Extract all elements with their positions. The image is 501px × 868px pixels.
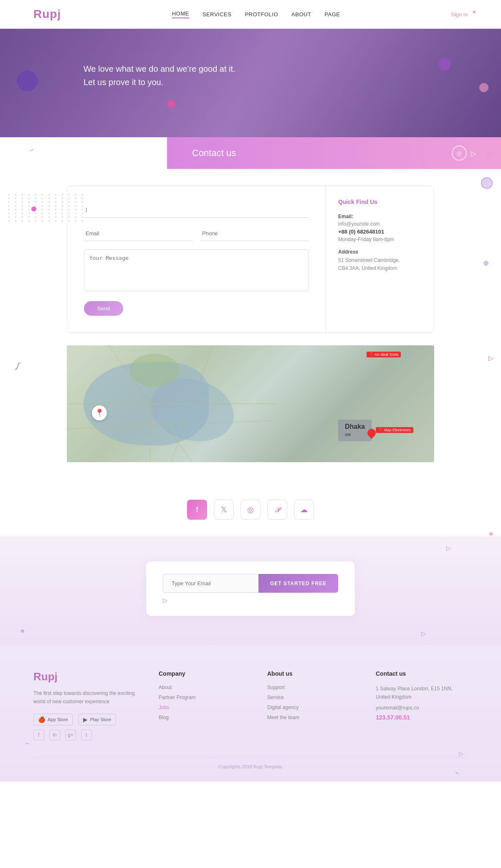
footer-linkedin-icon[interactable]: in <box>49 730 60 740</box>
contact-banner-title: Contact us <box>192 148 236 159</box>
deco-circle-right <box>481 177 493 189</box>
play-store-button[interactable]: ▶ Play Store <box>78 714 116 725</box>
map-pin-white: 📍 <box>92 405 107 420</box>
footer-digital-link[interactable]: Digital agency <box>267 704 359 710</box>
hero-section: We love what we do and we're good at it.… <box>0 29 501 137</box>
deco-arrow-cta2: ▷ <box>421 630 426 637</box>
get-started-button[interactable]: GET STARTED FREE <box>258 574 338 593</box>
footer-support-link[interactable]: Support <box>267 684 359 690</box>
contact-section-outer: for(let i=0; i<96; i++) document.write('… <box>0 169 501 479</box>
social-pinterest[interactable]: 𝒫 <box>267 500 287 520</box>
map-city-label: Dhaka ঢাকা <box>338 420 372 441</box>
email-label: Email: <box>338 214 421 219</box>
footer-blog-link[interactable]: Blog <box>159 715 250 720</box>
hero-overlay <box>0 29 501 137</box>
hero-deco-circle-3 <box>479 83 488 92</box>
form-panel: Send <box>67 186 325 332</box>
footer-deco-dot: ● <box>473 8 476 15</box>
footer-contact-phone: 123.57.00.51 <box>376 714 468 721</box>
nav-home[interactable]: HOME <box>172 10 189 18</box>
logo: Rupj <box>33 8 61 21</box>
address-line1: 51 Somerstreet Cambridge, <box>338 257 400 263</box>
play-store-label: Play Store <box>90 717 111 722</box>
info-panel: Quick Find Us Email: info@yoursite.com +… <box>325 186 434 332</box>
footer-about-link[interactable]: About <box>159 684 250 690</box>
banner-icon-1: ◎ <box>452 146 467 161</box>
hero-text-line1: We love what we do and we're good at it. <box>84 62 235 75</box>
map-tag-top: 📍 An Ideal Store <box>367 352 401 357</box>
contact-banner-icons: ◎ ▷ <box>452 146 476 161</box>
social-twitter[interactable]: 𝕏 <box>214 500 234 520</box>
email-input[interactable] <box>84 226 192 241</box>
footer-partner-link[interactable]: Partner Program <box>159 694 250 700</box>
footer-deco-arrow: ▷ <box>459 750 463 757</box>
social-google[interactable]: ◎ <box>240 500 261 520</box>
footer-contact-email: youremail@rups.co <box>376 705 468 711</box>
footer-twitter-icon[interactable]: t <box>81 730 92 740</box>
cta-box: GET STARTED FREE ▷ <box>146 561 355 616</box>
footer-top: Rupj The first step towards discovering … <box>33 670 468 740</box>
footer-logo: Rupj <box>33 670 142 683</box>
nav-about[interactable]: ABOUT <box>291 11 311 18</box>
deco-squiggle-1: ~ <box>27 145 36 156</box>
footer-copyright: Copyrights 2018 Rupj Template <box>33 757 468 769</box>
contact-banner-wrapper: Contact us ◎ ▷ ~ ▷ ▷ <box>0 137 501 169</box>
cta-input-row: GET STARTED FREE <box>163 574 338 593</box>
deco-dot-cta <box>21 629 24 633</box>
name-input[interactable] <box>84 203 309 218</box>
deco-dot-cta-box <box>489 532 493 536</box>
address-line2: CB4 3AA, United Kingdom <box>338 265 397 271</box>
social-facebook[interactable]: f <box>187 500 207 520</box>
contact-banner: Contact us ◎ ▷ <box>167 137 501 169</box>
map-section: Dhaka ঢাকা 📍 📍 An Ideal Store 📍 Map Elec… <box>67 345 434 462</box>
hero-text-line2: Let us prove it to you. <box>84 75 235 89</box>
footer-jobs-link[interactable]: Jobs <box>159 704 250 710</box>
footer-apps: 🍎 App Store ▶ Play Store <box>33 714 142 725</box>
app-store-label: App Store <box>48 717 68 722</box>
email-value: info@yoursite.com <box>338 221 421 227</box>
send-button[interactable]: Send <box>84 301 123 316</box>
hero-deco-circle-2 <box>438 58 451 70</box>
deco-arrow-map: ▷ <box>488 354 493 362</box>
footer-about-col: About us Support Service Digital agency … <box>267 670 359 740</box>
header: Rupj HOME SERVICES PROTFOLIO ABOUT PAGE … <box>0 0 501 29</box>
footer-social-icons: f in g+ t <box>33 730 142 740</box>
app-store-button[interactable]: 🍎 App Store <box>33 714 73 725</box>
footer-company-col: Company About Partner Program Jobs Blog <box>159 670 250 740</box>
map-roads <box>67 345 434 462</box>
social-section: f 𝕏 ◎ 𝒫 ☁ ~ <box>0 479 501 536</box>
footer-google-icon[interactable]: g+ <box>65 730 76 740</box>
footer-team-link[interactable]: Meet the team <box>267 715 359 720</box>
footer-facebook-icon[interactable]: f <box>33 730 44 740</box>
footer-description: The first step towards discovering the e… <box>33 689 142 706</box>
hero-deco-circle-4 <box>167 100 175 108</box>
hours-value: Monday-Friday 9am-6pm <box>338 236 421 242</box>
quick-find-title: Quick Find Us <box>338 199 421 205</box>
deco-arrow-2: ▷ <box>422 162 426 168</box>
footer: ● ~ ▷ Rupj The first step towards discov… <box>0 645 501 782</box>
map-city-bn: ঢাকা <box>345 432 351 437</box>
phone-input[interactable] <box>200 226 309 241</box>
footer-service-link[interactable]: Service <box>267 694 359 700</box>
sign-in-link[interactable]: Sign in <box>451 11 468 18</box>
map-tag-bottom: 📍 Map Electronics <box>376 427 413 433</box>
hero-text: We love what we do and we're good at it.… <box>84 62 235 89</box>
form-row-email-phone <box>84 226 309 249</box>
cta-email-input[interactable] <box>163 574 258 593</box>
footer-contact-col: Contact us 1 Salway Place London, E15 1N… <box>376 670 468 740</box>
nav-page[interactable]: PAGE <box>324 11 340 18</box>
nav-services[interactable]: SERVICES <box>202 11 232 18</box>
deco-squiggle-bottom: ∫ <box>15 361 20 370</box>
cta-section: ▷ ▷ GET STARTED FREE ▷ <box>0 536 501 645</box>
svg-line-2 <box>67 420 276 429</box>
deco-dot-right <box>483 261 488 266</box>
nav-portfolio[interactable]: PROTFOLIO <box>245 11 278 18</box>
address-label: Address <box>338 249 421 255</box>
contact-section: Send Quick Find Us Email: info@yoursite.… <box>67 186 434 333</box>
footer-contact-title: Contact us <box>376 670 468 677</box>
apple-icon: 🍎 <box>38 716 45 723</box>
message-input[interactable] <box>84 249 309 291</box>
main-nav: HOME SERVICES PROTFOLIO ABOUT PAGE <box>172 10 340 18</box>
social-skype[interactable]: ☁ <box>294 500 314 520</box>
phone-value: +88 (0) 682648101 <box>338 229 421 235</box>
